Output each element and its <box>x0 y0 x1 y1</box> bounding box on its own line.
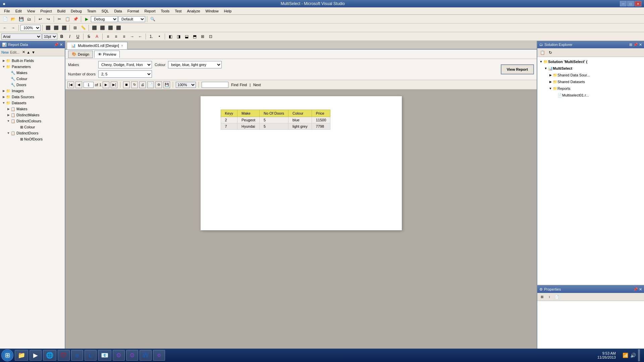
save-btn[interactable]: 💾 <box>17 16 25 22</box>
taskbar-dotnet-btn[interactable]: ⚙ <box>153 350 165 361</box>
back-btn[interactable]: ← <box>1 24 9 31</box>
sol-refresh-btn[interactable]: ↻ <box>547 49 554 56</box>
menu-help[interactable]: Help <box>221 8 234 14</box>
redo-btn[interactable]: ↪ <box>45 16 52 22</box>
border-t-btn[interactable]: ⬓ <box>183 33 190 40</box>
tree-dataset-distinctmakes[interactable]: ▶ 📋 DistinctMakes <box>5 112 65 118</box>
misc4-btn[interactable]: ⬛ <box>115 24 122 31</box>
design-tab-btn[interactable]: 🎨 Design <box>68 51 93 58</box>
tab-close-btn[interactable]: × <box>121 44 123 48</box>
tray-show-desktop-btn[interactable] <box>638 349 640 361</box>
menu-view[interactable]: View <box>24 8 38 14</box>
next-page-btn[interactable]: ▶ <box>103 81 109 88</box>
down-btn[interactable]: ▼ <box>32 50 35 54</box>
zoom-combo[interactable]: 100% <box>20 25 41 31</box>
tree-dataset-distinctcolours[interactable]: ▼ 📋 DistinctColours <box>5 118 65 124</box>
doors-combo[interactable]: 2, 5 <box>98 70 152 78</box>
taskbar-ie-btn[interactable]: e <box>71 350 83 361</box>
close-panel-icon[interactable]: ✕ <box>639 43 642 47</box>
print-btn[interactable]: 🖨 <box>139 81 146 88</box>
close-button[interactable]: ✕ <box>635 1 641 6</box>
align-center-btn[interactable]: ⬛ <box>52 24 60 31</box>
align-c-btn[interactable]: ≡ <box>112 33 120 40</box>
border-l-btn[interactable]: ◧ <box>167 33 174 40</box>
forward-btn[interactable]: → <box>9 24 17 31</box>
taskbar-chrome-btn[interactable]: 🌐 <box>43 350 56 361</box>
tree-data-sources[interactable]: ▶ 📁 Data Sources <box>0 94 65 100</box>
document-tab[interactable]: 📊 Multiselect01.rdl [Design] × <box>67 42 127 49</box>
taskbar-outlook-btn[interactable]: 📧 <box>98 350 111 361</box>
view-report-button[interactable]: View Report <box>501 64 534 74</box>
misc3-btn[interactable]: ⬛ <box>107 24 114 31</box>
menu-window[interactable]: Window <box>203 8 221 14</box>
menu-file[interactable]: File <box>1 8 13 14</box>
sol-report-file[interactable]: 📄 Multiselect01.r... <box>551 92 644 99</box>
menu-report[interactable]: Report <box>142 8 158 14</box>
tree-param-doors[interactable]: 🔧 Doors <box>5 82 65 88</box>
taskbar-vs-btn[interactable]: ⚙ <box>113 350 125 361</box>
sol-reports[interactable]: ▼ 📁 Reports <box>547 85 644 92</box>
cut-btn[interactable]: ✂ <box>56 16 63 22</box>
start-button[interactable]: ⊞ <box>1 349 13 361</box>
grid-btn[interactable]: ⊞ <box>71 24 79 31</box>
colour-combo[interactable]: beige, blue, light grey <box>168 61 222 68</box>
tree-field-noofdoors[interactable]: ⊞ NoOfDoors <box>14 136 65 142</box>
border-b-btn[interactable]: ⬒ <box>191 33 198 40</box>
sol-shared-datasets[interactable]: ▶ 📁 Shared Datasets <box>547 78 644 85</box>
last-page-btn[interactable]: ▶| <box>111 81 117 88</box>
font-family-combo[interactable]: Arial <box>1 34 42 40</box>
tree-images[interactable]: ▶ 📁 Images <box>0 88 65 94</box>
stop-btn[interactable]: ⏹ <box>123 81 130 88</box>
find-input[interactable] <box>202 82 228 88</box>
close-panel-icon[interactable]: ✕ <box>60 43 63 47</box>
numbering-btn[interactable]: 1. <box>148 33 155 40</box>
align-l-btn[interactable]: ≡ <box>104 33 112 40</box>
misc2-btn[interactable]: ⬛ <box>99 24 106 31</box>
sol-solution[interactable]: ▼ 📁 Solution 'MultiSelect' ( <box>537 58 644 65</box>
border-none-btn[interactable]: ⊡ <box>207 33 214 40</box>
export-btn[interactable]: 💾 <box>163 81 170 88</box>
underline-btn[interactable]: U <box>74 33 82 40</box>
taskbar-antivirus-btn[interactable]: 🛡 <box>58 350 70 361</box>
border-r-btn[interactable]: ◨ <box>175 33 182 40</box>
delete-btn[interactable]: ✕ <box>22 50 25 54</box>
tree-dataset-makes[interactable]: ▶ 📋 Makes <box>5 106 65 112</box>
pin-icon[interactable]: 📌 <box>633 287 638 292</box>
taskbar-explorer-btn[interactable]: 📁 <box>15 350 28 361</box>
makes-combo[interactable]: Chevy, Dodge, Ford, Hon <box>98 61 152 68</box>
taskbar-word-btn[interactable]: W <box>140 350 152 361</box>
toolbar-icon[interactable]: ⊞ <box>629 43 632 47</box>
new-project-btn[interactable]: 📄 <box>1 16 9 22</box>
ruler-btn[interactable]: 📏 <box>79 24 87 31</box>
menu-test[interactable]: Test <box>172 8 184 14</box>
save-all-btn[interactable]: 🗂 <box>25 16 33 22</box>
edit-btn[interactable]: Edit... <box>10 50 19 54</box>
font-size-combo[interactable]: 10pt <box>42 34 57 40</box>
align-right-btn[interactable]: ⬛ <box>60 24 68 31</box>
page-setup-btn[interactable]: ⚙ <box>155 81 162 88</box>
sol-project[interactable]: ▼ 📊 MultiSelect <box>542 65 644 72</box>
taskbar-vs2-btn[interactable]: ⚙ <box>126 350 138 361</box>
menu-data[interactable]: Data <box>111 8 124 14</box>
menu-debug[interactable]: Debug <box>68 8 84 14</box>
bold-btn[interactable]: B <box>58 33 65 40</box>
tree-param-makes[interactable]: 🔧 Makes <box>5 70 65 76</box>
platform-combo[interactable]: Default <box>118 16 145 22</box>
border-all-btn[interactable]: ⊞ <box>199 33 206 40</box>
close-prop-icon[interactable]: ✕ <box>639 287 642 292</box>
tree-dataset-distinctdoors[interactable]: ▼ 📋 DistinctDoors <box>5 130 65 136</box>
align-r-btn[interactable]: ≡ <box>120 33 128 40</box>
sol-prop-btn[interactable]: 📋 <box>539 49 546 56</box>
menu-build[interactable]: Build <box>55 8 68 14</box>
outdent-btn[interactable]: ← <box>137 33 144 40</box>
tree-datasets[interactable]: ▼ 📁 Datasets <box>0 100 65 106</box>
strikethrough-btn[interactable]: S̶ <box>85 33 93 40</box>
sol-shared-datasources[interactable]: ▶ 📁 Shared Data Sour... <box>547 72 644 78</box>
run-btn[interactable]: ▶ <box>83 16 90 22</box>
pin-icon[interactable]: 📌 <box>633 43 638 47</box>
color-btn[interactable]: A <box>93 33 101 40</box>
copy-btn[interactable]: 📋 <box>64 16 71 22</box>
bullet-btn[interactable]: • <box>156 33 163 40</box>
print-layout-btn[interactable]: 📄 <box>147 81 154 88</box>
tree-param-colour[interactable]: 🔧 Colour <box>5 76 65 82</box>
